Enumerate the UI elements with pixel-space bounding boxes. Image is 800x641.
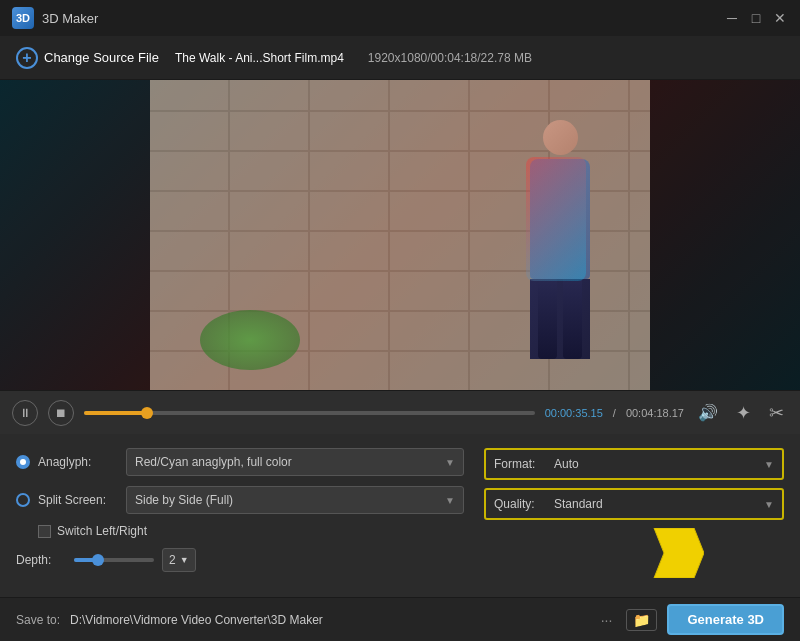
sparkle-icon: ✦ bbox=[736, 402, 751, 424]
quality-select[interactable]: Standard ▼ bbox=[554, 493, 774, 515]
switch-left-right-checkbox[interactable] bbox=[38, 525, 51, 538]
time-total: 00:04:18.17 bbox=[626, 407, 684, 419]
split-screen-row: Split Screen: Side by Side (Full) ▼ bbox=[16, 486, 464, 514]
time-current: 00:00:35.15 bbox=[545, 407, 603, 419]
depth-dropdown-arrow: ▼ bbox=[180, 555, 189, 565]
video-content bbox=[0, 80, 800, 390]
anaglyph-dropdown-arrow: ▼ bbox=[445, 457, 455, 468]
sparkle-button[interactable]: ✦ bbox=[732, 402, 755, 424]
svg-marker-0 bbox=[654, 528, 704, 578]
ellipsis-button[interactable]: ··· bbox=[597, 612, 617, 628]
character-leg-right bbox=[563, 279, 582, 359]
pause-button[interactable]: ⏸ bbox=[12, 400, 38, 426]
close-button[interactable]: ✕ bbox=[772, 10, 788, 26]
progress-bar[interactable] bbox=[84, 411, 535, 415]
pause-icon: ⏸ bbox=[19, 406, 31, 420]
character-legs bbox=[530, 279, 590, 359]
save-path: D:\Vidmore\Vidmore Video Converter\3D Ma… bbox=[70, 613, 587, 627]
anaglyph-overlay bbox=[0, 80, 800, 390]
quality-row: Quality: Standard ▼ bbox=[484, 488, 784, 520]
file-name: The Walk - Ani...Short Film.mp4 bbox=[175, 51, 344, 65]
depth-slider-track[interactable] bbox=[74, 558, 154, 562]
split-screen-dropdown-arrow: ▼ bbox=[445, 495, 455, 506]
anaglyph-label: Anaglyph: bbox=[38, 455, 118, 469]
change-source-button[interactable]: + Change Source File bbox=[16, 47, 159, 69]
character-body bbox=[530, 159, 590, 279]
plus-circle-icon: + bbox=[16, 47, 38, 69]
depth-label: Depth: bbox=[16, 553, 66, 567]
split-screen-select[interactable]: Side by Side (Full) ▼ bbox=[126, 486, 464, 514]
format-row: Format: Auto ▼ bbox=[484, 448, 784, 480]
maximize-button[interactable]: □ bbox=[748, 10, 764, 26]
file-info: 1920x1080/00:04:18/22.78 MB bbox=[368, 51, 532, 65]
titlebar: 3D 3D Maker ─ □ ✕ bbox=[0, 0, 800, 36]
scissors-icon: ✂ bbox=[769, 402, 784, 424]
titlebar-controls: ─ □ ✕ bbox=[724, 10, 788, 26]
big-arrow-icon bbox=[644, 528, 704, 578]
headerbar: + Change Source File The Walk - Ani...Sh… bbox=[0, 36, 800, 80]
anaglyph-row: Anaglyph: Red/Cyan anaglyph, full color … bbox=[16, 448, 464, 476]
volume-icon: 🔊 bbox=[698, 403, 718, 422]
settings-area: Anaglyph: Red/Cyan anaglyph, full color … bbox=[0, 434, 800, 592]
progress-thumb[interactable] bbox=[141, 407, 153, 419]
depth-slider-thumb[interactable] bbox=[92, 554, 104, 566]
arrow-annotation-area bbox=[484, 528, 784, 578]
anaglyph-radio[interactable] bbox=[16, 455, 30, 469]
quality-label: Quality: bbox=[494, 497, 554, 511]
settings-right: Format: Auto ▼ Quality: Standard ▼ bbox=[484, 448, 784, 578]
depth-value-select[interactable]: 2 ▼ bbox=[162, 548, 196, 572]
quality-dropdown-arrow: ▼ bbox=[764, 499, 774, 510]
titlebar-left: 3D 3D Maker bbox=[12, 7, 98, 29]
minimize-button[interactable]: ─ bbox=[724, 10, 740, 26]
folder-button[interactable]: 📁 bbox=[626, 609, 657, 631]
format-dropdown-arrow: ▼ bbox=[764, 459, 774, 470]
stop-icon: ⏹ bbox=[55, 406, 67, 420]
progress-fill bbox=[84, 411, 147, 415]
depth-row: Depth: 2 ▼ bbox=[16, 548, 464, 572]
save-to-label: Save to: bbox=[16, 613, 60, 627]
depth-slider-container bbox=[74, 558, 154, 562]
character-head bbox=[543, 120, 578, 155]
scissors-button[interactable]: ✂ bbox=[765, 402, 788, 424]
character-leg-left bbox=[538, 279, 557, 359]
switch-checkbox-row: Switch Left/Right bbox=[38, 524, 464, 538]
anaglyph-select[interactable]: Red/Cyan anaglyph, full color ▼ bbox=[126, 448, 464, 476]
split-screen-radio[interactable] bbox=[16, 493, 30, 507]
format-label: Format: bbox=[494, 457, 554, 471]
controls-bar: ⏸ ⏹ 00:00:35.15 / 00:04:18.17 🔊 ✦ ✂ bbox=[0, 390, 800, 434]
settings-left: Anaglyph: Red/Cyan anaglyph, full color … bbox=[16, 448, 464, 578]
switch-left-right-label: Switch Left/Right bbox=[57, 524, 147, 538]
character bbox=[500, 120, 620, 370]
time-separator: / bbox=[613, 407, 616, 419]
format-select[interactable]: Auto ▼ bbox=[554, 453, 774, 475]
generate-3d-button[interactable]: Generate 3D bbox=[667, 604, 784, 635]
split-screen-label: Split Screen: bbox=[38, 493, 118, 507]
stop-button[interactable]: ⏹ bbox=[48, 400, 74, 426]
app-icon: 3D bbox=[12, 7, 34, 29]
bottom-bar: Save to: D:\Vidmore\Vidmore Video Conver… bbox=[0, 597, 800, 641]
volume-button[interactable]: 🔊 bbox=[694, 403, 722, 422]
app-title: 3D Maker bbox=[42, 11, 98, 26]
green-blob bbox=[200, 310, 300, 370]
video-area bbox=[0, 80, 800, 390]
folder-icon: 📁 bbox=[633, 612, 650, 628]
